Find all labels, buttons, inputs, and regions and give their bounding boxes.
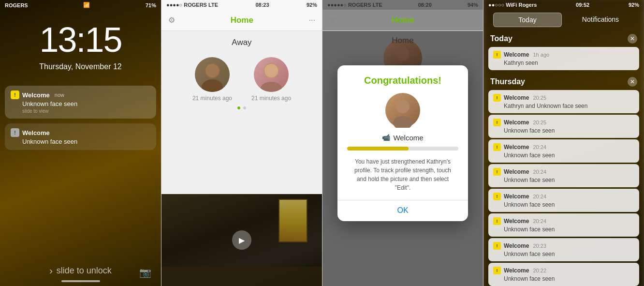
congrats-name-row: 📹 Welcome: [347, 134, 458, 142]
today-notif-1[interactable]: ! Welcome 1h ago Kathryn seen: [488, 47, 639, 70]
congrats-avatar: [385, 93, 420, 128]
thu-notif-2-app: Welcome: [504, 119, 529, 126]
lock-wifi-icon: 📶: [83, 2, 90, 8]
thu-notif-4-time: 20:24: [533, 169, 546, 175]
face-item-female[interactable]: 21 minutes ago: [251, 57, 291, 102]
tab-today[interactable]: Today: [493, 13, 562, 27]
lock-notifications: ! Welcome now Unknown face seen slide to…: [0, 86, 161, 150]
notifications-panel[interactable]: ●●○○○ WiFi Rogers 09:52 92% Today Notifi…: [483, 0, 644, 286]
thursday-notif-4[interactable]: ! Welcome 20:24 Unknown face seen: [488, 164, 639, 187]
thu-notif-1-msg: Kathryn and Unknown face seen: [504, 103, 634, 109]
notif-carrier: ●●○○○ WiFi Rogers: [488, 2, 537, 8]
today-section-title: Today: [490, 34, 512, 43]
thursday-notif-5-header: ! Welcome 20:24: [493, 193, 634, 200]
home-congrats-navbar: ⚙ Home ···: [322, 10, 483, 31]
thursday-notif-8[interactable]: ! Welcome 20:22 Unknown face seen: [488, 263, 639, 286]
thu-notif-3-app: Welcome: [504, 144, 529, 151]
home-congrats-screen: ●●●●●○ ROGERS LTE 08:20 94% ⚙ Home ··· H…: [322, 0, 483, 286]
congrats-face-container: [347, 93, 458, 128]
svg-point-5: [264, 64, 278, 77]
lock-time: 13:15: [0, 20, 161, 60]
today-dismiss-button[interactable]: ✕: [628, 34, 637, 44]
lock-notif-2[interactable]: ! Welcome Unknown face seen: [5, 123, 156, 150]
ok-button[interactable]: OK: [337, 200, 468, 221]
notif-app-name-1: Welcome: [22, 91, 50, 99]
thu-notif-8-time: 20:22: [533, 268, 546, 273]
camera-small-icon: 📹: [382, 134, 390, 141]
thursday-notif-6-header: ! Welcome 20:24: [493, 217, 634, 225]
thu-notif-2-msg: Unknown face seen: [504, 127, 634, 134]
svg-point-8: [396, 100, 410, 113]
home-congrats-time: 08:20: [418, 2, 432, 8]
more-button[interactable]: ···: [309, 16, 315, 25]
thu-notif-5-app: Welcome: [504, 193, 529, 200]
home-video-section[interactable]: ∧ ▶: [161, 194, 322, 286]
dot-2: [243, 106, 246, 109]
today-notif-1-time: 1h ago: [533, 52, 549, 58]
play-button[interactable]: ▶: [232, 230, 251, 250]
face-item-male[interactable]: 21 minutes ago: [192, 57, 232, 102]
thursday-section: Thursday ✕ ! Welcome 20:25 Kathryn and U…: [483, 73, 644, 286]
home-away-carrier: ●●●●○ ROGERS LTE: [166, 2, 218, 8]
thu-notif-8-msg: Unknown face seen: [504, 275, 634, 282]
slide-unlock-label: slide to unlock: [57, 266, 112, 276]
slide-to-unlock[interactable]: › slide to unlock: [49, 265, 112, 276]
thursday-notif-7[interactable]: ! Welcome 20:23 Unknown face seen: [488, 238, 639, 261]
face-avatar-female: [254, 57, 289, 92]
notif-status-bar: ●●○○○ WiFi Rogers 09:52 92%: [483, 0, 644, 10]
thursday-notif-2-header: ! Welcome 20:25: [493, 119, 634, 126]
notif-slide-hint: slide to view: [22, 108, 150, 114]
lock-notif-1[interactable]: ! Welcome now Unknown face seen slide to…: [5, 86, 156, 119]
lock-status-bar: ROGERS 📶 71%: [0, 0, 161, 10]
thursday-section-title: Thursday: [490, 77, 525, 86]
camera-icon[interactable]: 📷: [139, 267, 151, 278]
thursday-notif-7-header: ! Welcome 20:23: [493, 242, 634, 250]
home-away-screen: ●●●●○ ROGERS LTE 08:23 92% ⚙ Home ··· Aw…: [161, 0, 322, 286]
tab-notifications[interactable]: Notifications: [567, 13, 634, 27]
thursday-notif-3[interactable]: ! Welcome 20:24 Unknown face seen: [488, 139, 639, 163]
thu-notif-6-app: Welcome: [504, 218, 529, 225]
thu-notif-1-time: 20:25: [533, 95, 546, 101]
notif-app-icon-2: !: [11, 128, 19, 137]
lock-bottom-area: › slide to unlock: [0, 265, 161, 276]
today-notif-1-app: Welcome: [504, 51, 529, 58]
notif-battery: 92%: [629, 2, 639, 8]
home-away-time: 08:23: [255, 2, 269, 8]
settings-button[interactable]: ⚙: [168, 15, 175, 25]
profile-strength-fill: [347, 147, 409, 151]
room-furniture: [161, 267, 322, 286]
thu-notif-7-app: Welcome: [504, 242, 529, 249]
thu-notif-7-icon: !: [493, 242, 501, 250]
notif-app-icon-1: !: [11, 90, 19, 99]
thu-notif-8-app: Welcome: [504, 267, 529, 274]
lock-screen: ROGERS 📶 71% 13:15 Thursday, November 12…: [0, 0, 161, 286]
notifications-screen: ●●○○○ WiFi Rogers 09:52 92% Today Notifi…: [483, 0, 644, 286]
thu-notif-1-app: Welcome: [504, 94, 529, 101]
thursday-notif-2[interactable]: ! Welcome 20:25 Unknown face seen: [488, 115, 639, 138]
dot-1: [237, 106, 240, 109]
thursday-notif-8-header: ! Welcome 20:22: [493, 267, 634, 274]
thu-notif-7-msg: Unknown face seen: [504, 251, 634, 257]
room-window: [278, 199, 307, 242]
home-congrats-battery: 94%: [468, 2, 478, 8]
thu-notif-6-msg: Unknown face seen: [504, 226, 634, 233]
congrats-settings-button[interactable]: ⚙: [329, 15, 336, 25]
thursday-dismiss-button[interactable]: ✕: [628, 77, 637, 87]
face-time-female: 21 minutes ago: [251, 95, 291, 102]
thu-notif-4-app: Welcome: [504, 168, 529, 175]
notif-tab-bar: Today Notifications: [483, 10, 644, 30]
svg-point-2: [205, 64, 219, 77]
congrats-dialog: Congratulations! 📹 Welcome Y: [337, 65, 468, 221]
thursday-notif-5[interactable]: ! Welcome 20:24 Unknown face seen: [488, 189, 639, 212]
thursday-notif-1[interactable]: ! Welcome 20:25 Kathryn and Unknown face…: [488, 90, 639, 113]
congrats-more-button[interactable]: ···: [470, 16, 476, 25]
face-avatar-male: [195, 57, 230, 92]
notif-message-2: Unknown face seen: [22, 138, 150, 145]
home-away-status-bar: ●●●●○ ROGERS LTE 08:23 92%: [161, 0, 322, 10]
thursday-notif-6[interactable]: ! Welcome 20:24 Unknown face seen: [488, 213, 639, 237]
notif-message-1: Unknown face seen: [22, 100, 150, 107]
thu-notif-1-icon: !: [493, 94, 501, 102]
congrats-nav-title: Home: [392, 15, 414, 25]
congrats-title: Congratulations!: [347, 75, 458, 86]
thursday-notif-4-header: ! Welcome 20:24: [493, 168, 634, 176]
